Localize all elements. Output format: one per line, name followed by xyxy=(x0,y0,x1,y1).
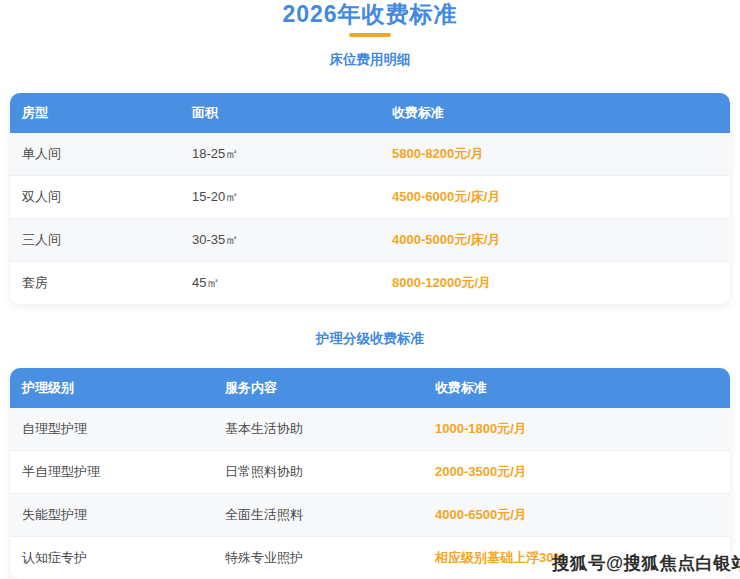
table-row: 单人间 18-25㎡ 5800-8200元/月 xyxy=(10,133,730,175)
cell-nursing-level: 失能型护理 xyxy=(10,506,213,524)
cell-service: 特殊专业照护 xyxy=(213,549,423,567)
cell-fee: 1000-1800元/月 xyxy=(423,420,730,438)
column-header-room-type: 房型 xyxy=(10,104,180,122)
cell-area: 15-20㎡ xyxy=(180,188,380,206)
cell-fee: 4000-5000元/床/月 xyxy=(380,231,730,249)
cell-room-type: 三人间 xyxy=(10,231,180,249)
column-header-fee: 收费标准 xyxy=(380,104,730,122)
column-header-area: 面积 xyxy=(180,104,380,122)
title-divider xyxy=(349,33,391,37)
cell-fee: 8000-12000元/月 xyxy=(380,274,730,292)
table-row: 自理型护理 基本生活协助 1000-1800元/月 xyxy=(10,408,730,450)
cell-area: 45㎡ xyxy=(180,274,380,292)
column-header-fee: 收费标准 xyxy=(423,379,730,397)
cell-nursing-level: 半自理型护理 xyxy=(10,463,213,481)
table-row: 三人间 30-35㎡ 4000-5000元/床/月 xyxy=(10,218,730,261)
table-row: 失能型护理 全面生活照料 4000-6500元/月 xyxy=(10,493,730,536)
table-row: 半自理型护理 日常照料协助 2000-3500元/月 xyxy=(10,450,730,493)
table-header-row: 房型 面积 收费标准 xyxy=(10,93,730,133)
cell-fee: 4000-6500元/月 xyxy=(423,506,730,524)
table-row: 双人间 15-20㎡ 4500-6000元/床/月 xyxy=(10,175,730,218)
cell-nursing-level: 认知症专护 xyxy=(10,549,213,567)
nursing-fee-table: 护理级别 服务内容 收费标准 自理型护理 基本生活协助 1000-1800元/月… xyxy=(10,368,730,579)
column-header-service: 服务内容 xyxy=(213,379,423,397)
sohu-watermark: 搜狐号@搜狐焦点白银站 xyxy=(552,551,740,575)
cell-area: 30-35㎡ xyxy=(180,231,380,249)
cell-service: 全面生活照料 xyxy=(213,506,423,524)
cell-area: 18-25㎡ xyxy=(180,145,380,163)
table-header-row: 护理级别 服务内容 收费标准 xyxy=(10,368,730,408)
article-content: 2026年收费标准 床位费用明细 房型 面积 收费标准 单人间 18-25㎡ 5… xyxy=(0,0,740,579)
cell-room-type: 单人间 xyxy=(10,145,180,163)
page-title: 2026年收费标准 xyxy=(0,0,740,28)
cell-fee: 4500-6000元/床/月 xyxy=(380,188,730,206)
cell-service: 日常照料协助 xyxy=(213,463,423,481)
section-title-nursing-fees: 护理分级收费标准 xyxy=(0,330,740,348)
cell-fee: 2000-3500元/月 xyxy=(423,463,730,481)
cell-fee: 5800-8200元/月 xyxy=(380,145,730,163)
cell-room-type: 套房 xyxy=(10,274,180,292)
section-title-bed-fees: 床位费用明细 xyxy=(0,51,740,69)
table-row: 套房 45㎡ 8000-12000元/月 xyxy=(10,261,730,304)
bed-fee-table: 房型 面积 收费标准 单人间 18-25㎡ 5800-8200元/月 双人间 1… xyxy=(10,93,730,304)
cell-service: 基本生活协助 xyxy=(213,420,423,438)
cell-nursing-level: 自理型护理 xyxy=(10,420,213,438)
cell-room-type: 双人间 xyxy=(10,188,180,206)
column-header-nursing-level: 护理级别 xyxy=(10,379,213,397)
